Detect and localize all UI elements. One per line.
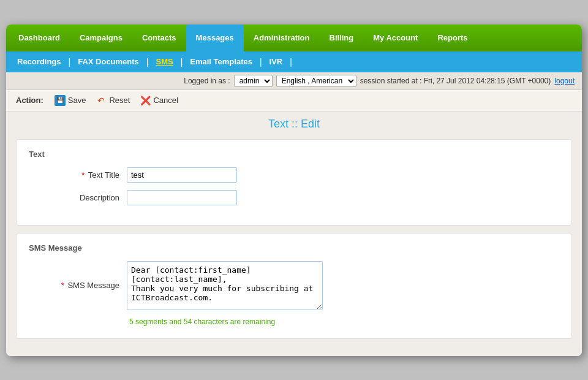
nav-reports[interactable]: Reports	[428, 25, 477, 51]
sms-message-textarea[interactable]: Dear [contact:first_name] [contact:last_…	[127, 261, 323, 310]
reset-button[interactable]: ↶ Reset	[92, 94, 134, 107]
nav-administration[interactable]: Administration	[244, 25, 320, 51]
sms-message-row: * SMS Message Dear [contact:first_name] …	[29, 261, 559, 310]
sep-3: |	[179, 57, 184, 67]
nav-contacts[interactable]: Contacts	[132, 25, 186, 51]
sec-ivr[interactable]: IVR	[263, 57, 289, 66]
description-row: Description	[29, 190, 559, 205]
save-button[interactable]: 💾 Save	[51, 94, 90, 107]
second-nav: Recordings | FAX Documents | SMS | Email…	[6, 51, 582, 72]
nav-billing[interactable]: Billing	[320, 25, 364, 51]
nav-myaccount[interactable]: My Account	[363, 25, 428, 51]
logged-in-label: Logged in as :	[184, 77, 230, 85]
sep-1: |	[67, 57, 72, 67]
sms-section: SMS Message * SMS Message Dear [contact:…	[16, 233, 572, 339]
session-text: session started at : Fri, 27 Jul 2012 04…	[360, 77, 551, 85]
save-label: Save	[68, 96, 86, 105]
sec-sms[interactable]: SMS	[149, 57, 179, 66]
user-select[interactable]: admin	[234, 75, 273, 87]
action-label: Action:	[16, 96, 43, 105]
main-content: Text :: Edit Text * Text Title Descripti…	[6, 112, 582, 356]
status-bar: Logged in as : admin English , AmericanE…	[6, 72, 582, 90]
description-input[interactable]	[127, 190, 237, 205]
reset-icon: ↶	[96, 95, 107, 106]
cancel-icon: ❌	[140, 95, 151, 106]
text-section: Text * Text Title Description	[16, 139, 572, 226]
required-star-1: *	[81, 170, 85, 180]
sec-recordings[interactable]: Recordings	[11, 57, 67, 66]
language-select[interactable]: English , AmericanEnglish , BritishFrenc…	[276, 75, 356, 87]
sep-4: |	[258, 57, 263, 67]
text-title-label: * Text Title	[29, 170, 127, 180]
reset-label: Reset	[109, 96, 130, 105]
save-icon: 💾	[55, 95, 66, 106]
text-title-input[interactable]	[127, 167, 237, 183]
nav-dashboard[interactable]: Dashboard	[9, 25, 70, 51]
char-info: 5 segments and 54 characters are remaini…	[129, 317, 559, 326]
text-section-title: Text	[29, 150, 559, 159]
cancel-button[interactable]: ❌ Cancel	[136, 94, 181, 107]
cancel-label: Cancel	[153, 96, 178, 105]
logout-link[interactable]: logout	[554, 77, 575, 85]
description-label: Description	[29, 193, 127, 202]
sec-email[interactable]: Email Templates	[184, 57, 258, 66]
action-bar: Action: 💾 Save ↶ Reset ❌ Cancel	[6, 90, 582, 112]
top-nav: Dashboard Campaigns Contacts Messages Ad…	[6, 25, 582, 51]
nav-messages[interactable]: Messages	[186, 25, 244, 51]
sec-fax[interactable]: FAX Documents	[72, 57, 145, 66]
nav-campaigns[interactable]: Campaigns	[70, 25, 132, 51]
sms-message-label: * SMS Message	[29, 281, 127, 290]
sep-5: |	[288, 57, 293, 67]
text-title-row: * Text Title	[29, 167, 559, 183]
sep-2: |	[145, 57, 150, 67]
page-title: Text :: Edit	[16, 118, 572, 131]
required-star-2: *	[61, 281, 64, 290]
sms-section-title: SMS Message	[29, 243, 559, 253]
app-window: Dashboard Campaigns Contacts Messages Ad…	[6, 25, 582, 356]
